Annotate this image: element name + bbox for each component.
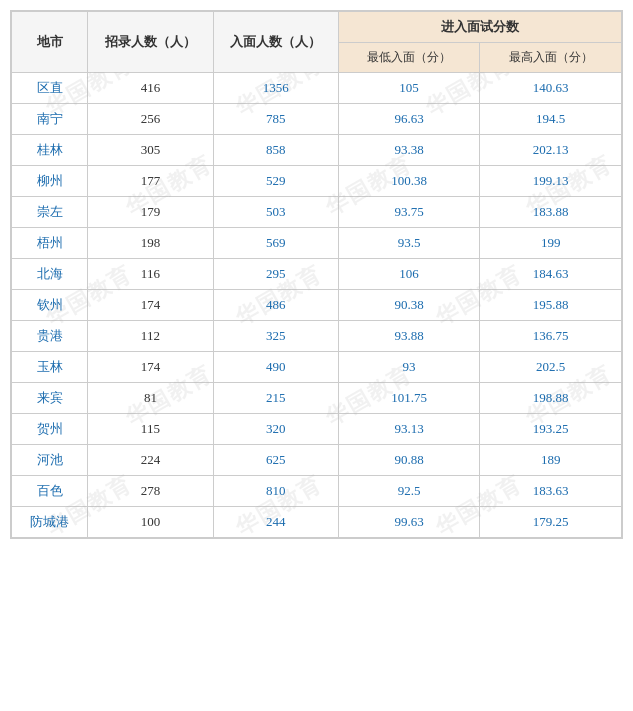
table-row: 河池22462590.88189 — [12, 445, 622, 476]
cell-max-score: 195.88 — [480, 290, 622, 321]
cell-min-score: 93.75 — [338, 197, 480, 228]
cell-enter: 490 — [213, 352, 338, 383]
cell-recruit: 174 — [88, 352, 213, 383]
cell-enter: 625 — [213, 445, 338, 476]
table-row: 钦州17448690.38195.88 — [12, 290, 622, 321]
cell-city: 来宾 — [12, 383, 88, 414]
cell-enter: 295 — [213, 259, 338, 290]
table-row: 区直4161356105140.63 — [12, 73, 622, 104]
table-row: 贵港11232593.88136.75 — [12, 321, 622, 352]
cell-city: 梧州 — [12, 228, 88, 259]
table-row: 梧州19856993.5199 — [12, 228, 622, 259]
table-row: 来宾81215101.75198.88 — [12, 383, 622, 414]
cell-max-score: 194.5 — [480, 104, 622, 135]
cell-enter: 569 — [213, 228, 338, 259]
cell-recruit: 416 — [88, 73, 213, 104]
cell-min-score: 106 — [338, 259, 480, 290]
cell-min-score: 96.63 — [338, 104, 480, 135]
table-row: 玉林17449093202.5 — [12, 352, 622, 383]
header-row-1: 地市 招录人数（人） 入面人数（人） 进入面试分数 — [12, 12, 622, 43]
cell-recruit: 116 — [88, 259, 213, 290]
cell-enter: 1356 — [213, 73, 338, 104]
col-header-min-score: 最低入面（分） — [338, 43, 480, 73]
cell-max-score: 198.88 — [480, 383, 622, 414]
cell-min-score: 90.88 — [338, 445, 480, 476]
cell-city: 崇左 — [12, 197, 88, 228]
cell-recruit: 198 — [88, 228, 213, 259]
cell-enter: 529 — [213, 166, 338, 197]
table-row: 桂林30585893.38202.13 — [12, 135, 622, 166]
cell-enter: 858 — [213, 135, 338, 166]
cell-recruit: 177 — [88, 166, 213, 197]
cell-recruit: 174 — [88, 290, 213, 321]
cell-max-score: 202.5 — [480, 352, 622, 383]
cell-max-score: 199 — [480, 228, 622, 259]
cell-recruit: 100 — [88, 507, 213, 538]
cell-city: 贵港 — [12, 321, 88, 352]
cell-enter: 486 — [213, 290, 338, 321]
cell-enter: 785 — [213, 104, 338, 135]
col-header-interview-group: 进入面试分数 — [338, 12, 621, 43]
cell-city: 柳州 — [12, 166, 88, 197]
cell-city: 河池 — [12, 445, 88, 476]
cell-enter: 244 — [213, 507, 338, 538]
cell-min-score: 105 — [338, 73, 480, 104]
cell-recruit: 112 — [88, 321, 213, 352]
col-header-recruit: 招录人数（人） — [88, 12, 213, 73]
cell-city: 区直 — [12, 73, 88, 104]
table-row: 柳州177529100.38199.13 — [12, 166, 622, 197]
cell-recruit: 115 — [88, 414, 213, 445]
cell-min-score: 92.5 — [338, 476, 480, 507]
cell-recruit: 305 — [88, 135, 213, 166]
cell-enter: 320 — [213, 414, 338, 445]
cell-city: 百色 — [12, 476, 88, 507]
table-row: 南宁25678596.63194.5 — [12, 104, 622, 135]
col-header-city: 地市 — [12, 12, 88, 73]
cell-city: 贺州 — [12, 414, 88, 445]
cell-min-score: 93.38 — [338, 135, 480, 166]
cell-enter: 503 — [213, 197, 338, 228]
col-header-enter: 入面人数（人） — [213, 12, 338, 73]
cell-recruit: 179 — [88, 197, 213, 228]
cell-max-score: 199.13 — [480, 166, 622, 197]
table-row: 防城港10024499.63179.25 — [12, 507, 622, 538]
cell-city: 钦州 — [12, 290, 88, 321]
table-row: 百色27881092.5183.63 — [12, 476, 622, 507]
cell-max-score: 202.13 — [480, 135, 622, 166]
cell-max-score: 179.25 — [480, 507, 622, 538]
cell-city: 北海 — [12, 259, 88, 290]
cell-max-score: 183.63 — [480, 476, 622, 507]
table-body: 区直4161356105140.63南宁25678596.63194.5桂林30… — [12, 73, 622, 538]
col-header-max-score: 最高入面（分） — [480, 43, 622, 73]
cell-min-score: 101.75 — [338, 383, 480, 414]
cell-min-score: 100.38 — [338, 166, 480, 197]
cell-min-score: 93.13 — [338, 414, 480, 445]
table-row: 北海116295106184.63 — [12, 259, 622, 290]
cell-max-score: 136.75 — [480, 321, 622, 352]
cell-enter: 325 — [213, 321, 338, 352]
cell-city: 玉林 — [12, 352, 88, 383]
table-row: 贺州11532093.13193.25 — [12, 414, 622, 445]
cell-min-score: 93.5 — [338, 228, 480, 259]
table-row: 崇左17950393.75183.88 — [12, 197, 622, 228]
main-table-wrapper: 华国教育 华国教育 华国教育 华国教育 华国教育 华国教育 华国教育 华国教育 … — [10, 10, 623, 539]
cell-enter: 215 — [213, 383, 338, 414]
cell-recruit: 278 — [88, 476, 213, 507]
cell-recruit: 256 — [88, 104, 213, 135]
cell-enter: 810 — [213, 476, 338, 507]
cell-min-score: 99.63 — [338, 507, 480, 538]
data-table: 地市 招录人数（人） 入面人数（人） 进入面试分数 最低入面（分） 最高入面（分… — [11, 11, 622, 538]
cell-min-score: 93.88 — [338, 321, 480, 352]
cell-city: 防城港 — [12, 507, 88, 538]
cell-recruit: 81 — [88, 383, 213, 414]
cell-city: 桂林 — [12, 135, 88, 166]
cell-max-score: 189 — [480, 445, 622, 476]
cell-min-score: 93 — [338, 352, 480, 383]
cell-max-score: 193.25 — [480, 414, 622, 445]
cell-max-score: 183.88 — [480, 197, 622, 228]
cell-max-score: 140.63 — [480, 73, 622, 104]
cell-city: 南宁 — [12, 104, 88, 135]
cell-recruit: 224 — [88, 445, 213, 476]
cell-max-score: 184.63 — [480, 259, 622, 290]
cell-min-score: 90.38 — [338, 290, 480, 321]
